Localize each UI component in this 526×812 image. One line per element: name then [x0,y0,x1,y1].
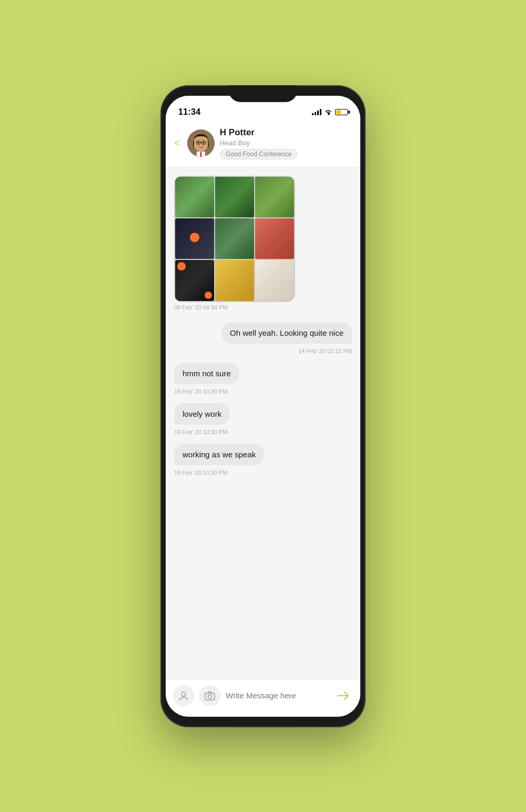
header-info: H Potter Head Boy Good Food Conference [220,127,297,159]
status-icons [312,109,348,115]
message-received-2: lovely work [174,403,352,425]
status-time: 11:34 [178,107,200,117]
contact-icon-button[interactable] [173,685,194,706]
food-cell-6 [255,218,294,259]
svg-rect-9 [201,152,205,157]
back-button[interactable]: < [174,136,181,150]
msg-received-3-time: 19 Feb' 20 10:30 PM [174,469,352,476]
svg-point-2 [197,142,199,144]
food-cell-1 [175,177,214,217]
notch [229,85,297,102]
food-cell-7 [175,260,214,300]
svg-point-3 [203,142,205,144]
battery-icon [335,109,348,115]
food-cell-3 [255,177,294,217]
svg-rect-8 [197,152,200,157]
svg-point-10 [181,692,186,696]
avatar [187,129,215,157]
food-image-container [174,176,295,302]
contact-group: Good Food Conference [220,149,297,159]
message-received-3: working as we speak [174,444,352,465]
food-cell-5 [215,218,254,259]
contact-role: Head Boy [220,139,297,147]
bubble-text: hmm not sure [174,363,239,384]
phone-screen: 11:34 [166,96,360,717]
message-received-1: hmm not sure [174,363,352,384]
contact-name: H Potter [220,127,297,138]
msg-sent-1-time: 14 Feb' 20 02:12 PM [174,348,352,354]
signal-icon [312,109,321,115]
food-cell-8 [215,260,254,300]
food-cell-4 [175,218,214,259]
message-input[interactable] [226,691,329,700]
battery-fill [336,110,341,114]
svg-point-12 [208,695,212,698]
svg-rect-11 [205,693,215,700]
home-indicator [231,719,295,722]
camera-icon-button[interactable] [199,685,220,706]
food-cell-2 [215,177,254,217]
input-bar [166,679,360,717]
msg-image-time: 09 Feb' 20 04:34 PM [174,304,352,310]
food-cell-9 [255,260,294,300]
message-image: 09 Feb' 20 04:34 PM [174,176,352,319]
message-sent-1: Oh well yeah. Looking quite nice [174,322,352,344]
phone-frame: 11:34 [160,85,366,727]
bubble-text: lovely work [174,403,230,425]
msg-received-2-time: 19 Feb' 20 10:30 PM [174,429,352,435]
chat-area: 09 Feb' 20 04:34 PM Oh well yeah. Lookin… [166,167,360,679]
wifi-icon [324,109,332,115]
msg-received-1-time: 19 Feb' 20 10:30 PM [174,388,352,395]
bubble-text: working as we speak [174,444,264,465]
send-button[interactable] [334,686,353,705]
chat-header: < [166,122,360,167]
bubble-text: Oh well yeah. Looking quite nice [221,322,352,344]
